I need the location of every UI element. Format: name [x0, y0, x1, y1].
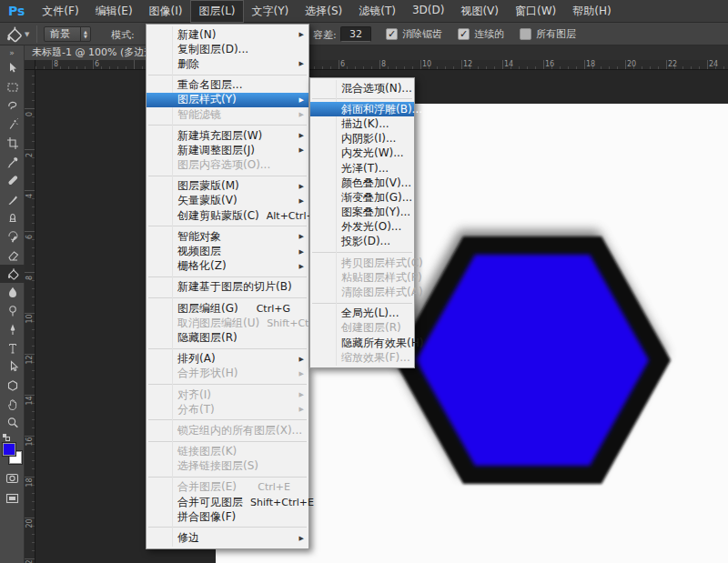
layer-style-item-创建图层R[interactable]: 创建图层(R): [310, 321, 414, 336]
layer-menu-item-选择链接图层S[interactable]: 选择链接图层(S): [147, 459, 308, 474]
layer-style-item-缩放效果F[interactable]: 缩放效果(F)...: [310, 350, 414, 365]
layer-menu-item-矢量蒙版V[interactable]: 矢量蒙版(V)▶: [147, 194, 308, 208]
layer-menu-item-新建填充图层W[interactable]: 新建填充图层(W)▶: [147, 128, 308, 143]
crop-tool[interactable]: [0, 134, 25, 153]
move-tool[interactable]: [0, 59, 25, 78]
checkbox-checked-icon[interactable]: ✓: [386, 28, 398, 40]
layer-menu-item-重命名图层[interactable]: 重命名图层...: [147, 78, 308, 93]
foreground-color-swatch[interactable]: [3, 443, 15, 456]
paint-bucket-tool[interactable]: [0, 265, 25, 284]
quick-mask-button[interactable]: [0, 470, 25, 487]
checkbox-checked-icon[interactable]: ✓: [458, 28, 470, 40]
layer-menu-item-图层样式Y[interactable]: 图层样式(Y)▶: [147, 93, 308, 107]
mode-label: 模式:: [111, 28, 135, 42]
checkbox-连续的[interactable]: ✓连续的: [458, 27, 504, 41]
layer-style-item-外发光O[interactable]: 外发光(O)...: [310, 220, 414, 235]
layer-menu-item-新建调整图层J[interactable]: 新建调整图层(J)▶: [147, 143, 308, 157]
toolbar-collapse-icon[interactable]: »: [0, 45, 24, 59]
default-swatches-icon[interactable]: [2, 433, 11, 442]
eraser-tool[interactable]: [0, 246, 25, 265]
layer-menu-item-锁定组内的所有图层X[interactable]: 锁定组内的所有图层(X)...: [147, 423, 308, 437]
layer-menu-item-新建基于图层的切片B[interactable]: 新建基于图层的切片(B): [147, 280, 308, 295]
path-selection-tool[interactable]: [0, 357, 25, 377]
layer-style-item-清除图层样式A[interactable]: 清除图层样式(A): [310, 285, 414, 299]
screen-mode-button[interactable]: [0, 490, 25, 507]
menubar-item-窗口W[interactable]: 窗口(W): [507, 0, 564, 23]
layer-menu-item-图层蒙版M[interactable]: 图层蒙版(M)▶: [147, 179, 308, 194]
vertical-ruler[interactable]: 0246810121416182022: [25, 70, 35, 563]
layer-menu-item-新建N[interactable]: 新建(N)▶: [147, 27, 308, 42]
layer-menu-item-链接图层K[interactable]: 链接图层(K): [147, 445, 308, 459]
layer-menu-item-排列A[interactable]: 排列(A)▶: [147, 352, 308, 367]
zoom-tool[interactable]: [0, 414, 25, 433]
hruler-label: 22: [668, 60, 677, 68]
ruler-tick: [32, 452, 35, 453]
rectangular-marquee-tool[interactable]: [0, 78, 25, 97]
layer-style-item-内发光W[interactable]: 内发光(W)...: [310, 146, 414, 161]
layer-menu-item-视频图层[interactable]: 视频图层▶: [147, 244, 308, 258]
history-brush-tool[interactable]: [0, 227, 25, 246]
layer-style-item-渐变叠加G[interactable]: 渐变叠加(G)...: [310, 190, 414, 205]
layer-style-item-描边K[interactable]: 描边(K)...: [310, 116, 414, 131]
lasso-tool[interactable]: [0, 96, 25, 116]
checkbox-消除锯齿[interactable]: ✓消除锯齿: [386, 27, 442, 41]
fill-source-select[interactable]: 前景 ▲▼: [44, 26, 91, 42]
layer-menu-item-合并形状H[interactable]: 合并形状(H)▶: [147, 367, 308, 381]
layer-menu-item-图层内容选项O[interactable]: 图层内容选项(O)...: [147, 158, 308, 173]
menubar-item-文件F[interactable]: 文件(F): [34, 0, 86, 23]
eyedropper-tool[interactable]: [0, 153, 25, 172]
horizontal-ruler[interactable]: 86681012141618202224: [25, 60, 728, 70]
layer-style-item-隐藏所有效果H[interactable]: 隐藏所有效果(H): [310, 336, 414, 350]
spot-healing-brush-tool[interactable]: [0, 171, 25, 190]
clone-stamp-tool[interactable]: [0, 208, 25, 227]
magic-wand-tool[interactable]: [0, 116, 25, 135]
layer-style-item-颜色叠加V[interactable]: 颜色叠加(V)...: [310, 176, 414, 190]
layer-menu-item-隐藏图层R[interactable]: 隐藏图层(R): [147, 330, 308, 345]
pen-tool[interactable]: [0, 320, 25, 339]
menubar-item-3DD[interactable]: 3D(D): [404, 0, 452, 23]
layer-menu-item-创建剪贴蒙版C[interactable]: 创建剪贴蒙版(C)Alt+Ctrl+G: [147, 208, 308, 223]
type-tool[interactable]: [0, 339, 25, 358]
layer-style-item-粘贴图层样式P[interactable]: 粘贴图层样式(P): [310, 270, 414, 285]
layer-style-item-全局光L[interactable]: 全局光(L)...: [310, 307, 414, 321]
layer-style-item-拷贝图层样式C[interactable]: 拷贝图层样式(C): [310, 256, 414, 270]
layer-style-item-斜面和浮雕B[interactable]: 斜面和浮雕(B)...: [310, 102, 414, 116]
checkbox-unchecked-icon[interactable]: [520, 28, 531, 40]
layer-style-item-投影D[interactable]: 投影(D)...: [310, 235, 414, 249]
layer-menu-item-智能对象[interactable]: 智能对象▶: [147, 229, 308, 244]
blur-tool[interactable]: [0, 283, 25, 302]
layer-menu-item-智能滤镜[interactable]: 智能滤镜▶: [147, 107, 308, 122]
menubar-item-图像I[interactable]: 图像(I): [141, 0, 191, 23]
layer-menu-item-合并图层E[interactable]: 合并图层(E)Ctrl+E: [147, 480, 308, 495]
menubar-item-帮助H[interactable]: 帮助(H): [564, 0, 619, 23]
layer-menu-item-分布T[interactable]: 分布(T)▶: [147, 402, 308, 417]
menubar-item-选择S[interactable]: 选择(S): [297, 0, 350, 23]
checkbox-所有图层[interactable]: 所有图层: [520, 27, 576, 41]
menubar-item-编辑E[interactable]: 编辑(E): [87, 0, 141, 23]
layer-menu-item-合并可见图层[interactable]: 合并可见图层Shift+Ctrl+E: [147, 495, 308, 509]
tolerance-input[interactable]: 32: [340, 26, 371, 42]
shape-tool[interactable]: [0, 377, 25, 396]
layer-menu-item-栅格化Z[interactable]: 栅格化(Z)▶: [147, 259, 308, 274]
layer-menu-item-拼合图像F[interactable]: 拼合图像(F): [147, 509, 308, 524]
dodge-tool[interactable]: [0, 302, 25, 321]
layer-menu-item-复制图层D[interactable]: 复制图层(D)...: [147, 42, 308, 56]
layer-menu-item-图层编组G[interactable]: 图层编组(G)Ctrl+G: [147, 301, 308, 316]
layer-style-item-混合选项N[interactable]: 混合选项(N)...: [310, 81, 414, 96]
layer-menu-item-删除[interactable]: 删除▶: [147, 56, 308, 71]
menubar-item-视图V[interactable]: 视图(V): [452, 0, 507, 23]
brush-tool-icon: [6, 193, 19, 206]
hand-tool[interactable]: [0, 395, 25, 414]
menubar-item-滤镜T[interactable]: 滤镜(T): [350, 0, 404, 23]
layer-style-item-图案叠加Y[interactable]: 图案叠加(Y)...: [310, 206, 414, 220]
brush-tool[interactable]: [0, 190, 25, 209]
layer-menu-item-修边[interactable]: 修边▶: [147, 530, 308, 545]
layer-style-item-内阴影I[interactable]: 内阴影(I)...: [310, 132, 414, 146]
menubar-item-图层L[interactable]: 图层(L): [190, 0, 243, 23]
preset-caret-icon[interactable]: ▼: [25, 31, 29, 38]
menubar-item-文字Y[interactable]: 文字(Y): [244, 0, 298, 23]
layer-menu-item-取消图层编组U[interactable]: 取消图层编组(U)Shift+Ctrl+G: [147, 316, 308, 330]
layer-style-item-光泽T[interactable]: 光泽(T)...: [310, 161, 414, 176]
tool-preset-picker[interactable]: [5, 25, 23, 43]
layer-menu-item-对齐I[interactable]: 对齐(I)▶: [147, 387, 308, 402]
